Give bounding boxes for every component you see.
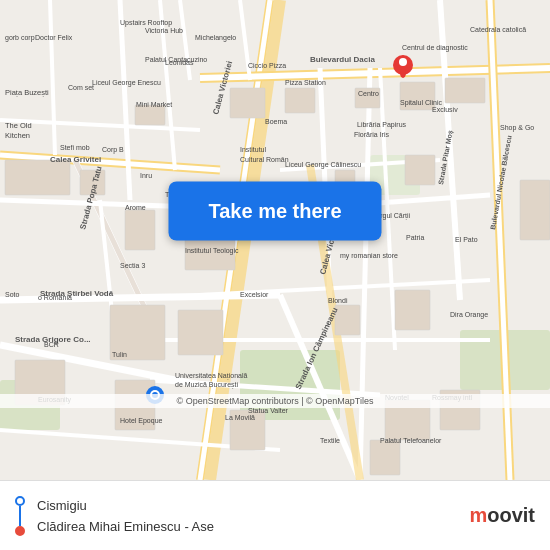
svg-text:Palatul Telefoanelor: Palatul Telefoanelor [380, 437, 442, 444]
svg-text:Exclusiv: Exclusiv [432, 106, 458, 113]
svg-text:Cultural Român: Cultural Român [240, 156, 289, 163]
svg-rect-38 [5, 160, 70, 195]
svg-text:Ciccio Pizza: Ciccio Pizza [248, 62, 286, 69]
bottom-bar: Cismigiu Clădirea Mihai Eminescu - Ase m… [0, 480, 550, 550]
svg-text:Institutul Teologic: Institutul Teologic [185, 247, 239, 255]
take-me-there-button[interactable]: Take me there [168, 182, 381, 241]
svg-rect-41 [230, 88, 265, 118]
svg-text:Liceul George Călinescu: Liceul George Călinescu [285, 161, 361, 169]
route-endpoints: Cismigiu Clădirea Mihai Eminescu - Ase [37, 498, 214, 534]
svg-text:Liceul George Enescu: Liceul George Enescu [92, 79, 161, 87]
svg-text:The Old: The Old [5, 121, 32, 130]
svg-text:Librăria Papirus: Librăria Papirus [357, 121, 407, 129]
svg-text:El Pato: El Pato [455, 236, 478, 243]
svg-rect-42 [285, 88, 315, 113]
svg-point-63 [399, 58, 407, 66]
svg-text:Upstairs Rooftop: Upstairs Rooftop [120, 19, 172, 27]
moovit-logo: moovit [469, 504, 535, 527]
origin-dot [15, 496, 25, 506]
svg-text:Shop & Go: Shop & Go [500, 124, 534, 132]
svg-text:Spitalul Clinic: Spitalul Clinic [400, 99, 443, 107]
svg-text:Florăria Iris: Florăria Iris [354, 131, 390, 138]
destination-label: Clădirea Mihai Eminescu - Ase [37, 519, 214, 534]
svg-text:my romanian store: my romanian store [340, 252, 398, 260]
svg-text:gorb corp: gorb corp [5, 34, 35, 42]
svg-rect-49 [405, 155, 435, 185]
svg-text:Michelangelo: Michelangelo [195, 34, 236, 42]
svg-text:o România: o România [38, 294, 72, 301]
svg-text:Dira Orange: Dira Orange [450, 311, 488, 319]
svg-text:Bulevardul Dacia: Bulevardul Dacia [310, 55, 375, 64]
svg-text:Victoria Hub: Victoria Hub [145, 27, 183, 34]
route-line [19, 506, 21, 526]
map-attribution: © OpenStreetMap contributors | © OpenMap… [0, 394, 550, 408]
svg-point-64 [400, 68, 406, 78]
svg-text:Patria: Patria [406, 234, 424, 241]
svg-text:La Movilă: La Movilă [225, 414, 255, 421]
svg-rect-40 [135, 105, 165, 125]
svg-text:Arome: Arome [125, 204, 146, 211]
svg-text:Blondi: Blondi [328, 297, 348, 304]
svg-text:Institutul: Institutul [240, 146, 267, 153]
svg-text:Catedrala catolică: Catedrala catolică [470, 26, 526, 33]
svg-rect-45 [445, 78, 485, 103]
svg-text:Excelsior: Excelsior [240, 291, 269, 298]
svg-text:Doctor Felix: Doctor Felix [35, 34, 73, 41]
svg-text:Calea Grivitei: Calea Grivitei [50, 155, 101, 164]
origin-endpoint: Cismigiu [37, 498, 214, 513]
svg-text:Stefi mob: Stefi mob [60, 144, 90, 151]
destination-endpoint: Clădirea Mihai Eminescu - Ase [37, 519, 214, 534]
svg-text:Mini Market: Mini Market [136, 101, 172, 108]
svg-text:Hotel Epoque: Hotel Epoque [120, 417, 163, 425]
destination-dot [15, 526, 25, 536]
svg-rect-46 [125, 210, 155, 250]
svg-text:Kitchen: Kitchen [5, 131, 30, 140]
svg-text:Textile: Textile [320, 437, 340, 444]
svg-rect-52 [178, 310, 223, 355]
svg-text:Com set: Com set [68, 84, 94, 91]
svg-text:BCR: BCR [44, 341, 59, 348]
svg-text:Inru: Inru [140, 172, 152, 179]
svg-text:Statua Valter: Statua Valter [248, 407, 289, 414]
svg-rect-54 [395, 290, 430, 330]
svg-text:Boema: Boema [265, 118, 287, 125]
svg-text:Soto: Soto [5, 291, 20, 298]
svg-text:Universitatea Națională: Universitatea Națională [175, 372, 247, 380]
svg-text:Centro: Centro [358, 90, 379, 97]
svg-rect-50 [520, 180, 550, 240]
svg-text:Leonidas: Leonidas [165, 59, 194, 66]
svg-text:Centrul de diagnostic: Centrul de diagnostic [402, 44, 468, 52]
svg-text:Piața Buzești: Piața Buzești [5, 88, 49, 97]
origin-label: Cismigiu [37, 498, 87, 513]
map-container: Calea Victoriei Calea Grivitei Strada Po… [0, 0, 550, 480]
route-info: Cismigiu Clădirea Mihai Eminescu - Ase [15, 496, 469, 536]
svg-text:Sectia 3: Sectia 3 [120, 262, 145, 269]
svg-rect-60 [370, 440, 400, 475]
svg-text:de Muzică București: de Muzică București [175, 381, 238, 389]
svg-text:Pizza Station: Pizza Station [285, 79, 326, 86]
svg-text:Corp B: Corp B [102, 146, 124, 154]
svg-text:Tulin: Tulin [112, 351, 127, 358]
